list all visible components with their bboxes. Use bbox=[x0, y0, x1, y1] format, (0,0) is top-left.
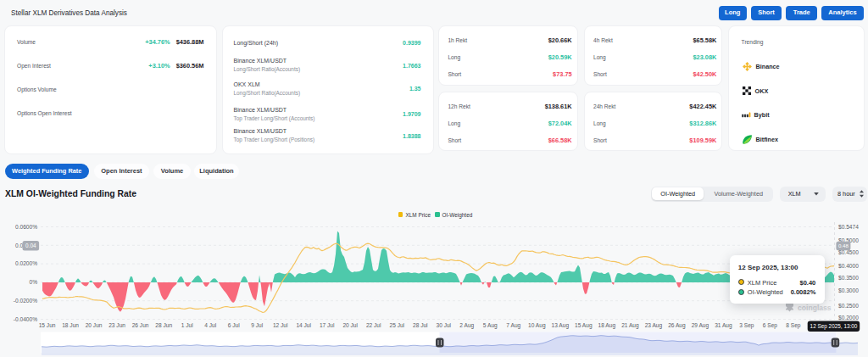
svg-text:23 Aug: 23 Aug bbox=[645, 322, 663, 329]
svg-text:4 Jul: 4 Jul bbox=[204, 322, 216, 328]
svg-text:28 Jun: 28 Jun bbox=[155, 322, 172, 328]
svg-text:10 Aug: 10 Aug bbox=[528, 322, 546, 329]
svg-text:-0.0200%: -0.0200% bbox=[14, 298, 37, 304]
svg-text:6 Sep: 6 Sep bbox=[763, 322, 778, 329]
svg-text:12 Sep 2025, 13:00: 12 Sep 2025, 13:00 bbox=[810, 323, 858, 330]
svg-text:2 Aug: 2 Aug bbox=[459, 322, 474, 329]
svg-text:18 Aug: 18 Aug bbox=[598, 322, 616, 329]
svg-text:$0.2000: $0.2000 bbox=[838, 315, 859, 321]
svg-text:15 Jun: 15 Jun bbox=[39, 322, 56, 328]
svg-text:30 Jul: 30 Jul bbox=[436, 322, 451, 328]
svg-text:28 Jul: 28 Jul bbox=[413, 322, 428, 328]
svg-text:12 Jul: 12 Jul bbox=[273, 322, 288, 328]
svg-text:20 Jun: 20 Jun bbox=[86, 322, 103, 328]
svg-text:22 Jul: 22 Jul bbox=[366, 322, 381, 328]
svg-text:13 Aug: 13 Aug bbox=[552, 322, 570, 329]
svg-text:0%: 0% bbox=[29, 279, 37, 285]
svg-text:26 Jun: 26 Jun bbox=[132, 322, 149, 328]
svg-text:21 Aug: 21 Aug bbox=[621, 322, 639, 329]
svg-text:14 Jul: 14 Jul bbox=[296, 322, 311, 328]
svg-text:6 Jul: 6 Jul bbox=[228, 322, 240, 328]
svg-text:0.0200%: 0.0200% bbox=[15, 260, 37, 266]
svg-text:25 Jul: 25 Jul bbox=[389, 322, 404, 328]
svg-text:18 Jun: 18 Jun bbox=[62, 322, 79, 328]
svg-text:0.48: 0.48 bbox=[838, 243, 849, 248]
svg-text:17 Jul: 17 Jul bbox=[320, 322, 335, 328]
svg-text:0.0600%: 0.0600% bbox=[15, 224, 37, 230]
svg-text:1 Jul: 1 Jul bbox=[181, 322, 193, 328]
svg-text:7 Aug: 7 Aug bbox=[506, 322, 520, 329]
svg-text:$0.4000: $0.4000 bbox=[838, 263, 859, 269]
svg-text:$0.5474: $0.5474 bbox=[838, 224, 859, 230]
svg-text:3 Sep: 3 Sep bbox=[739, 322, 754, 329]
svg-text:26 Aug: 26 Aug bbox=[668, 322, 686, 329]
svg-text:20 Jul: 20 Jul bbox=[342, 322, 358, 328]
svg-text:8 Sep: 8 Sep bbox=[786, 322, 801, 329]
svg-text:23 Jun: 23 Jun bbox=[108, 322, 125, 328]
svg-text:$0.3000: $0.3000 bbox=[838, 287, 859, 293]
svg-text:-0.0400%: -0.0400% bbox=[14, 316, 37, 322]
svg-text:0.04: 0.04 bbox=[25, 243, 36, 248]
svg-text:9 Jul: 9 Jul bbox=[251, 322, 263, 328]
svg-text:5 Aug: 5 Aug bbox=[483, 322, 498, 329]
svg-text:31 Aug: 31 Aug bbox=[715, 322, 732, 329]
svg-text:29 Aug: 29 Aug bbox=[692, 322, 709, 329]
svg-text:$0.2500: $0.2500 bbox=[838, 303, 859, 309]
svg-text:15 Aug: 15 Aug bbox=[575, 322, 593, 329]
svg-text:coinglass: coinglass bbox=[798, 304, 832, 312]
svg-text:$0.3500: $0.3500 bbox=[838, 275, 859, 281]
